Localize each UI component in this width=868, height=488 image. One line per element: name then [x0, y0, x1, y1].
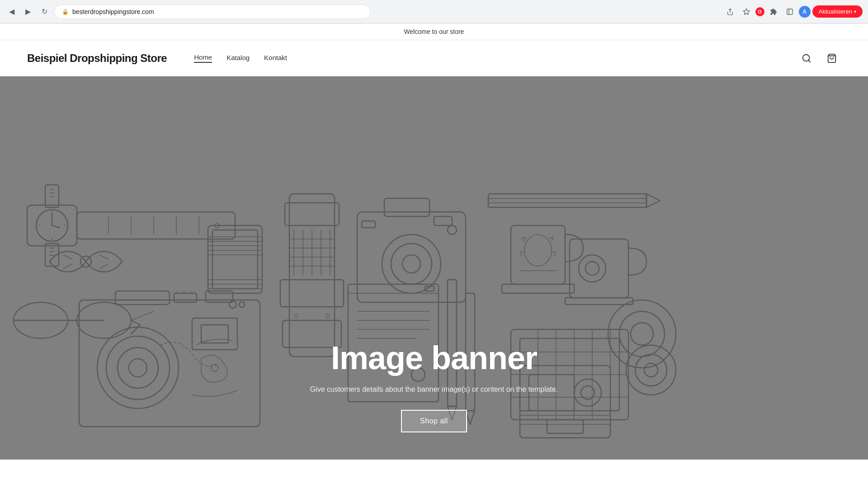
svg-point-103: [106, 336, 170, 399]
svg-point-102: [97, 327, 179, 408]
address-bar[interactable]: 🔒 besterdropshippingstore.com: [54, 5, 371, 19]
svg-rect-107: [201, 325, 228, 343]
svg-point-57: [294, 314, 298, 318]
svg-point-104: [118, 347, 158, 388]
svg-rect-70: [362, 221, 375, 228]
svg-point-129: [626, 345, 676, 395]
svg-point-131: [644, 363, 658, 377]
sidebar-button[interactable]: [783, 5, 797, 19]
reload-button[interactable]: ↻: [38, 5, 51, 18]
store-logo[interactable]: Beispiel Dropshipping Store: [27, 52, 167, 65]
hero-banner: .ill { fill: none; stroke: #5a5a5a; stro…: [0, 76, 868, 460]
lock-icon: 🔒: [62, 9, 69, 15]
url-text: besterdropshippingstore.com: [72, 8, 154, 15]
profile-avatar[interactable]: A: [799, 6, 811, 18]
search-button[interactable]: [797, 49, 816, 67]
svg-point-109: [239, 302, 245, 307]
svg-point-134: [574, 379, 601, 406]
browser-actions: O A Aktualisieren ▾: [723, 5, 863, 19]
dropdown-arrow: ▾: [854, 9, 856, 14]
announcement-bar: Welcome to our store: [0, 23, 868, 40]
svg-point-94: [579, 255, 606, 282]
svg-point-130: [635, 354, 667, 386]
announcement-text: Welcome to our store: [404, 28, 464, 35]
svg-point-58: [326, 314, 330, 318]
svg-line-31: [63, 264, 72, 268]
store-header: Beispiel Dropshipping Store Home Katalog…: [0, 40, 868, 76]
nav-home[interactable]: Home: [194, 53, 212, 63]
extensions-button[interactable]: [766, 5, 781, 19]
svg-line-32: [99, 255, 108, 259]
hero-content: Image banner Give customers details abou…: [310, 339, 558, 460]
bookmark-button[interactable]: [739, 5, 754, 19]
svg-point-90: [524, 235, 552, 266]
aktualisieren-button[interactable]: Aktualisieren ▾: [812, 5, 863, 18]
cart-button[interactable]: [823, 49, 841, 67]
svg-line-30: [63, 255, 72, 259]
svg-rect-106: [192, 318, 237, 350]
svg-point-105: [129, 359, 147, 377]
share-button[interactable]: [723, 5, 737, 19]
svg-rect-65: [384, 198, 429, 216]
svg-marker-85: [646, 194, 660, 207]
svg-rect-89: [502, 284, 574, 293]
browser-chrome: ◀ ▶ ↻ 🔒 besterdropshippingstore.com O: [0, 0, 868, 23]
header-actions: [797, 49, 841, 67]
svg-point-68: [402, 255, 420, 273]
svg-rect-1: [787, 9, 793, 14]
forward-button[interactable]: ▶: [22, 5, 34, 18]
svg-rect-45: [285, 203, 339, 225]
svg-rect-110: [174, 293, 197, 302]
svg-line-11: [52, 225, 60, 228]
svg-rect-84: [488, 194, 646, 207]
svg-line-99: [131, 311, 154, 320]
svg-point-67: [391, 244, 432, 284]
opera-icon: O: [755, 7, 764, 16]
svg-rect-93: [565, 298, 633, 305]
svg-rect-69: [434, 216, 452, 225]
svg-point-128: [631, 323, 653, 345]
hero-subtitle: Give customers details about the banner …: [310, 385, 558, 394]
svg-line-33: [99, 264, 108, 268]
svg-line-4: [808, 60, 810, 62]
svg-point-95: [585, 262, 599, 275]
svg-rect-6: [45, 185, 59, 207]
nav-katalog[interactable]: Katalog: [226, 54, 250, 62]
hero-title: Image banner: [310, 339, 558, 376]
svg-marker-0: [743, 9, 749, 14]
store-nav: Home Katalog Kontakt: [194, 53, 287, 63]
back-button[interactable]: ◀: [5, 5, 18, 18]
shop-all-button[interactable]: Shop all: [401, 410, 467, 432]
aktualisieren-label: Aktualisieren: [819, 8, 852, 15]
svg-rect-101: [115, 291, 170, 305]
svg-point-71: [448, 225, 457, 235]
svg-point-127: [619, 311, 665, 357]
nav-kontakt[interactable]: Kontakt: [264, 54, 287, 62]
store-website: Welcome to our store Beispiel Dropshippi…: [0, 23, 868, 460]
